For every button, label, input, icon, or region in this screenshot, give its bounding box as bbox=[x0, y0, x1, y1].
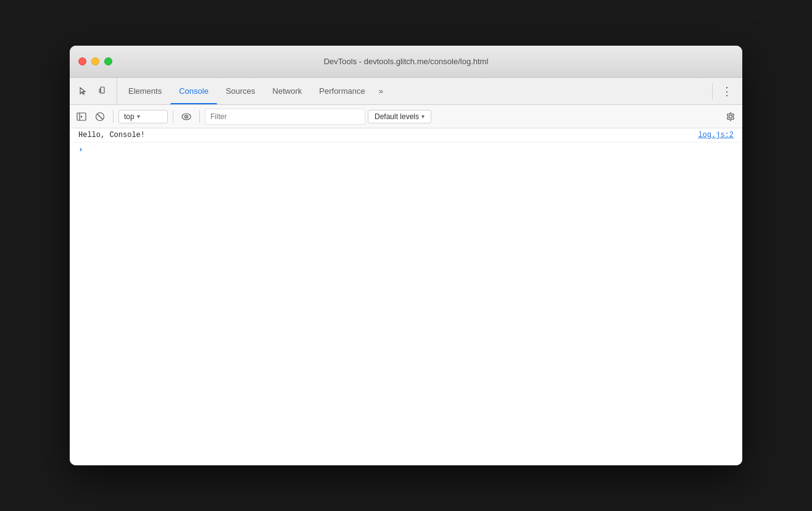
tabbar-icons bbox=[75, 78, 117, 104]
tab-network[interactable]: Network bbox=[264, 78, 311, 104]
context-selector[interactable]: top ▾ bbox=[118, 110, 168, 123]
console-output: Hello, Console! log.js:2 › bbox=[70, 128, 742, 465]
filter-input[interactable] bbox=[205, 109, 365, 125]
window-title: DevTools - devtools.glitch.me/console/lo… bbox=[324, 57, 489, 66]
traffic-lights bbox=[78, 57, 112, 65]
console-prompt-row: › bbox=[70, 143, 742, 157]
log-message: Hello, Console! bbox=[78, 131, 145, 139]
tabbar: Elements Console Sources Network Perform… bbox=[70, 78, 742, 105]
titlebar: DevTools - devtools.glitch.me/console/lo… bbox=[70, 46, 742, 78]
tab-performance[interactable]: Performance bbox=[310, 78, 373, 104]
svg-point-11 bbox=[729, 115, 732, 118]
sidebar-icon bbox=[77, 112, 86, 121]
log-source-link[interactable]: log.js:2 bbox=[698, 131, 734, 139]
levels-arrow-icon: ▾ bbox=[421, 113, 425, 120]
tabbar-spacer bbox=[388, 78, 708, 104]
console-input-cursor[interactable] bbox=[87, 146, 92, 154]
more-tabs-button[interactable]: » bbox=[374, 78, 388, 104]
console-toolbar: top ▾ Default levels ▾ bbox=[70, 105, 742, 128]
device-toggle-button[interactable] bbox=[94, 83, 112, 100]
devtools-window: DevTools - devtools.glitch.me/console/lo… bbox=[70, 46, 742, 465]
devtools-menu-button[interactable]: ⋮ bbox=[716, 78, 737, 104]
settings-button[interactable] bbox=[723, 109, 739, 125]
svg-point-10 bbox=[186, 116, 187, 117]
toolbar-divider-3 bbox=[199, 110, 200, 123]
live-expressions-button[interactable] bbox=[178, 109, 194, 125]
log-entry-row: Hello, Console! log.js:2 bbox=[70, 128, 742, 143]
prompt-chevron-icon: › bbox=[78, 145, 83, 154]
svg-line-7 bbox=[97, 114, 102, 119]
tab-sources[interactable]: Sources bbox=[217, 78, 264, 104]
svg-marker-5 bbox=[81, 115, 83, 118]
clear-icon bbox=[95, 112, 105, 122]
device-icon bbox=[98, 86, 108, 96]
eye-icon bbox=[181, 113, 191, 120]
cursor-icon bbox=[78, 86, 88, 96]
maximize-button[interactable] bbox=[104, 57, 112, 65]
sidebar-toggle-button[interactable] bbox=[73, 109, 89, 125]
gear-icon bbox=[726, 112, 735, 122]
tabbar-divider bbox=[712, 83, 713, 99]
svg-rect-1 bbox=[102, 92, 103, 93]
toolbar-divider-2 bbox=[173, 110, 173, 123]
log-levels-button[interactable]: Default levels ▾ bbox=[368, 110, 431, 123]
toolbar-divider-1 bbox=[113, 110, 114, 123]
tab-console[interactable]: Console bbox=[170, 78, 217, 104]
clear-console-button[interactable] bbox=[92, 109, 108, 125]
close-button[interactable] bbox=[78, 57, 86, 65]
tab-elements[interactable]: Elements bbox=[120, 78, 170, 104]
context-arrow-icon: ▾ bbox=[137, 113, 140, 120]
svg-rect-2 bbox=[99, 89, 101, 93]
inspect-element-button[interactable] bbox=[75, 83, 92, 100]
minimize-button[interactable] bbox=[91, 57, 99, 65]
